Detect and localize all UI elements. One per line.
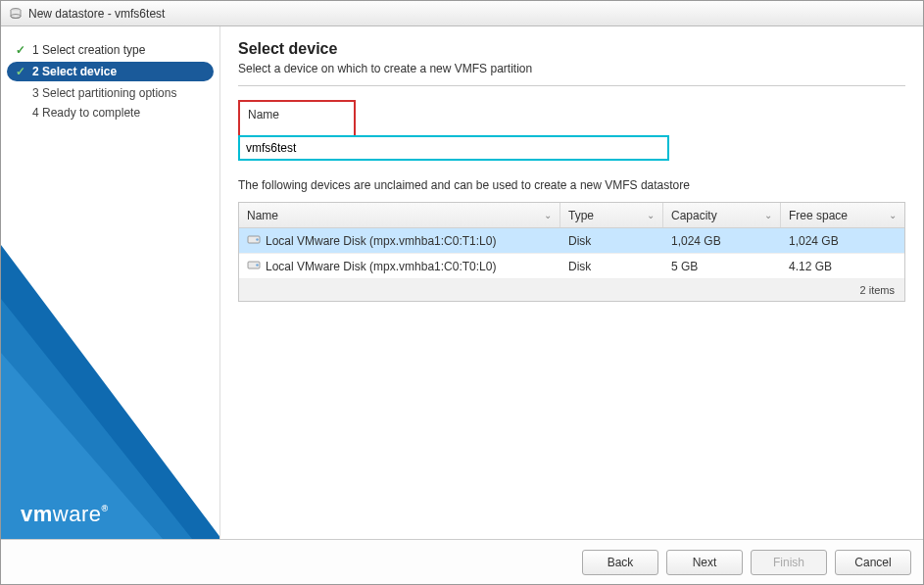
- device-type: Disk: [560, 260, 663, 273]
- sidebar: ✓ 1 Select creation type ✓ 2 Select devi…: [1, 26, 220, 539]
- finish-button: Finish: [751, 550, 827, 575]
- chevron-down-icon: ⌄: [764, 210, 772, 220]
- wizard-step-label: 4 Ready to complete: [32, 106, 140, 120]
- svg-marker-2: [1, 245, 220, 539]
- main-content: Select device Select a device on which t…: [220, 26, 923, 539]
- divider: [238, 85, 905, 86]
- devices-table: Name ⌄ Type ⌄ Capacity ⌄ Free space ⌄: [238, 202, 905, 302]
- check-icon: ✓: [16, 65, 25, 78]
- disk-icon: [247, 259, 261, 273]
- back-button[interactable]: Back: [582, 550, 658, 575]
- device-free-space: 1,024 GB: [781, 234, 904, 248]
- datastore-icon: [9, 7, 23, 21]
- wizard-step-label: 3 Select partitioning options: [32, 86, 176, 100]
- table-footer: 2 items: [239, 279, 904, 301]
- table-row[interactable]: Local VMware Disk (mpx.vmhba1:C0:T1:L0) …: [239, 228, 904, 254]
- column-header-label: Name: [247, 209, 278, 222]
- wizard-step-label: 1 Select creation type: [32, 43, 145, 57]
- name-label: Name: [248, 108, 346, 122]
- chevron-down-icon: ⌄: [647, 210, 655, 220]
- wizard-step-label: 2 Select device: [32, 65, 117, 78]
- page-subtitle: Select a device on which to create a new…: [238, 62, 905, 75]
- name-input[interactable]: [238, 135, 669, 161]
- wizard-step-1[interactable]: ✓ 1 Select creation type: [1, 40, 219, 60]
- device-name: Local VMware Disk (mpx.vmhba1:C0:T1:L0): [266, 234, 496, 248]
- brand-decoration: vmware®: [1, 245, 220, 539]
- column-header-type[interactable]: Type ⌄: [560, 203, 663, 227]
- wizard-steps: ✓ 1 Select creation type ✓ 2 Select devi…: [1, 40, 219, 132]
- wizard-step-4[interactable]: 4 Ready to complete: [1, 103, 219, 122]
- svg-marker-3: [1, 299, 192, 539]
- page-title: Select device: [238, 40, 905, 58]
- disk-icon: [247, 233, 261, 248]
- cancel-button[interactable]: Cancel: [835, 550, 911, 575]
- title-bar: New datastore - vmfs6test: [1, 1, 923, 26]
- item-count: 2 items: [860, 284, 895, 296]
- device-name: Local VMware Disk (mpx.vmhba1:C0:T0:L0): [266, 260, 496, 273]
- wizard-body: ✓ 1 Select creation type ✓ 2 Select devi…: [1, 26, 923, 539]
- device-free-space: 4.12 GB: [781, 260, 904, 273]
- check-icon: ✓: [16, 43, 25, 57]
- svg-point-9: [256, 264, 258, 266]
- device-type: Disk: [560, 234, 663, 248]
- svg-marker-4: [1, 353, 163, 539]
- column-header-capacity[interactable]: Capacity ⌄: [663, 203, 781, 227]
- devices-description: The following devices are unclaimed and …: [238, 178, 905, 192]
- column-header-label: Capacity: [671, 209, 717, 222]
- wizard-step-3[interactable]: 3 Select partitioning options: [1, 83, 219, 103]
- name-field-group: Name: [238, 100, 905, 161]
- table-row[interactable]: Local VMware Disk (mpx.vmhba1:C0:T0:L0) …: [239, 254, 904, 279]
- chevron-down-icon: ⌄: [889, 210, 897, 220]
- window-title: New datastore - vmfs6test: [28, 7, 165, 21]
- column-header-free-space[interactable]: Free space ⌄: [781, 203, 904, 227]
- wizard-step-2[interactable]: ✓ 2 Select device: [7, 62, 214, 81]
- svg-point-7: [256, 238, 258, 240]
- next-button[interactable]: Next: [666, 550, 743, 575]
- column-header-label: Type: [568, 209, 594, 222]
- device-capacity: 1,024 GB: [663, 234, 781, 248]
- table-header-row: Name ⌄ Type ⌄ Capacity ⌄ Free space ⌄: [239, 203, 904, 228]
- svg-text:vmware®: vmware®: [21, 502, 109, 526]
- wizard-footer: Back Next Finish Cancel: [1, 539, 923, 584]
- column-header-label: Free space: [789, 209, 848, 222]
- chevron-down-icon: ⌄: [544, 210, 552, 220]
- device-capacity: 5 GB: [663, 260, 781, 273]
- column-header-name[interactable]: Name ⌄: [239, 203, 560, 227]
